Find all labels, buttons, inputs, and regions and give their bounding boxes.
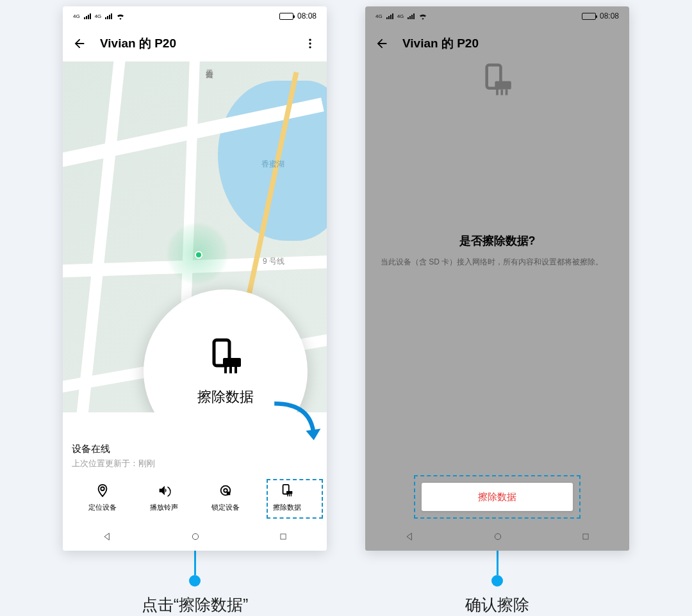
status-card: 设备在线 上次位置更新于：刚刚 定位设备 播放铃声 bbox=[63, 434, 327, 523]
app-bar: Vivian 的 P20 bbox=[63, 26, 327, 61]
pin-icon bbox=[94, 482, 111, 499]
svg-point-16 bbox=[192, 533, 198, 539]
status-bar: 4G 4G 08:08 bbox=[63, 6, 327, 26]
signal-4g-icon: 4G bbox=[375, 13, 383, 19]
nav-home-button[interactable] bbox=[190, 531, 201, 542]
back-button[interactable] bbox=[373, 35, 391, 53]
erase-popup: 擦除数据 bbox=[144, 289, 308, 412]
erase-dialog-desc: 当此设备（含 SD 卡）接入网络时，所有内容和设置都将被擦除。 bbox=[381, 256, 614, 268]
last-update: 上次位置更新于：刚刚 bbox=[72, 458, 318, 469]
highlight-erase bbox=[267, 479, 323, 519]
nav-recent-button[interactable] bbox=[581, 532, 590, 541]
pointer-line bbox=[497, 549, 498, 575]
svg-rect-24 bbox=[583, 534, 588, 539]
battery-icon bbox=[582, 13, 596, 20]
nav-back-button[interactable] bbox=[102, 531, 112, 542]
triangle-back-icon bbox=[102, 531, 112, 542]
target-lock-icon bbox=[217, 482, 234, 499]
svg-point-23 bbox=[495, 533, 500, 539]
nav-recent-button[interactable] bbox=[279, 532, 288, 541]
wifi-icon bbox=[418, 13, 427, 20]
arrow-indicator-icon bbox=[269, 398, 322, 451]
page-title: Vivian 的 P20 bbox=[100, 35, 290, 52]
left-column: 4G 4G 08:08 Vivian 的 P20 bbox=[63, 6, 327, 616]
status-time: 08:08 bbox=[600, 12, 619, 20]
speaker-icon bbox=[156, 482, 172, 499]
map-area[interactable]: 香庭二街 香蜜湖 香轩路 泰然 9 号线 擦除数据 bbox=[63, 61, 327, 412]
navbar bbox=[365, 523, 629, 551]
nav-back-button[interactable] bbox=[404, 531, 415, 542]
right-column: 4G 4G 08:08 Vivian 的 P20 bbox=[365, 6, 629, 616]
svg-rect-10 bbox=[227, 492, 231, 496]
device-location-marker bbox=[165, 222, 229, 286]
status-time: 08:08 bbox=[297, 12, 317, 20]
arrow-left-icon bbox=[72, 36, 86, 51]
erase-dialog-title: 是否擦除数据? bbox=[459, 233, 536, 248]
locate-button[interactable]: 定位设备 bbox=[72, 478, 133, 516]
back-button[interactable] bbox=[70, 35, 88, 53]
status-bar: 4G 4G 08:08 bbox=[365, 6, 629, 26]
erase-icon bbox=[205, 336, 246, 377]
pointer-line bbox=[194, 549, 196, 575]
signal-4g-icon-2: 4G bbox=[397, 13, 404, 19]
app-bar: Vivian 的 P20 bbox=[365, 26, 629, 61]
phone-frame-right: 4G 4G 08:08 Vivian 的 P20 bbox=[365, 6, 629, 551]
signal-4g-icon-2: 4G bbox=[95, 13, 102, 19]
arrow-left-icon bbox=[375, 36, 389, 51]
caption-right: 确认擦除 bbox=[465, 594, 529, 615]
svg-rect-19 bbox=[495, 81, 511, 90]
caption-left: 点击“擦除数据” bbox=[142, 594, 249, 615]
phone-frame-left: 4G 4G 08:08 Vivian 的 P20 bbox=[63, 6, 327, 551]
svg-point-0 bbox=[309, 39, 311, 41]
ring-button[interactable]: 播放铃声 bbox=[133, 478, 195, 516]
lock-button[interactable]: 锁定设备 bbox=[195, 478, 256, 516]
action-label: 锁定设备 bbox=[211, 503, 240, 512]
pointer-dot bbox=[491, 575, 503, 587]
circle-home-icon bbox=[493, 531, 503, 542]
pointer-dot bbox=[189, 575, 201, 587]
page-title: Vivian 的 P20 bbox=[402, 35, 622, 52]
action-label: 定位设备 bbox=[88, 503, 117, 512]
svg-rect-4 bbox=[223, 358, 241, 367]
svg-point-9 bbox=[224, 489, 227, 492]
map-road bbox=[75, 61, 127, 412]
triangle-back-icon bbox=[404, 531, 415, 542]
wifi-icon bbox=[116, 13, 125, 20]
battery-icon bbox=[279, 13, 293, 20]
signal-4g-icon: 4G bbox=[73, 13, 80, 19]
more-vert-icon bbox=[304, 37, 317, 50]
map-label: 9 号线 bbox=[263, 256, 284, 267]
square-recent-icon bbox=[279, 532, 288, 541]
erase-dialog: 是否擦除数据? 当此设备（含 SD 卡）接入网络时，所有内容和设置都将被擦除。 … bbox=[365, 61, 629, 523]
signal-bars-icon bbox=[386, 13, 393, 19]
square-recent-icon bbox=[581, 532, 590, 541]
erase-icon bbox=[479, 61, 516, 99]
svg-point-2 bbox=[309, 46, 311, 48]
map-label: 香蜜湖 bbox=[261, 159, 284, 170]
svg-rect-17 bbox=[281, 534, 286, 539]
erase-popup-label: 擦除数据 bbox=[197, 387, 254, 407]
nav-home-button[interactable] bbox=[493, 531, 503, 542]
highlight-confirm: 擦除数据 bbox=[414, 475, 581, 519]
signal-bars-icon bbox=[84, 13, 91, 19]
signal-bars-icon-2 bbox=[408, 13, 415, 19]
circle-home-icon bbox=[190, 531, 201, 542]
more-button[interactable] bbox=[301, 35, 319, 53]
confirm-erase-button[interactable]: 擦除数据 bbox=[422, 483, 573, 511]
action-label: 播放铃声 bbox=[150, 503, 178, 512]
signal-bars-icon-2 bbox=[105, 13, 112, 19]
svg-point-1 bbox=[309, 42, 311, 44]
navbar bbox=[63, 523, 327, 551]
